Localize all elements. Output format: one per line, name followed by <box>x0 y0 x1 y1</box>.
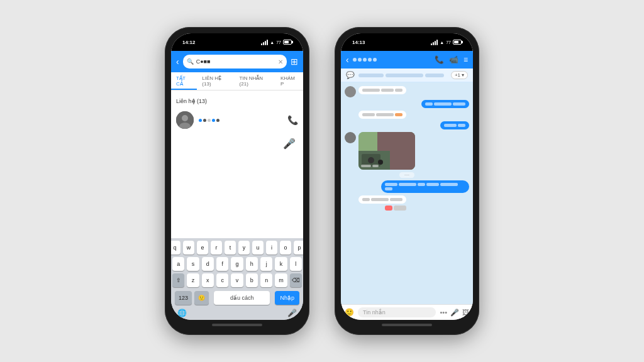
key-u[interactable]: u <box>252 241 264 255</box>
chevron-down-icon: ▾ <box>462 72 464 78</box>
key-n[interactable]: n <box>260 273 272 287</box>
msg-bubble-1 <box>358 86 406 94</box>
key-w[interactable]: w <box>183 241 194 255</box>
key-z[interactable]: z <box>187 273 199 287</box>
search-clear-icon[interactable]: ✕ <box>278 58 283 65</box>
search-box[interactable]: 🔍 C●■■ ✕ <box>183 55 287 69</box>
section-title: Liên hệ (13) <box>176 98 207 104</box>
chat-filter-dots <box>358 74 447 77</box>
reaction-text <box>394 206 406 211</box>
back-button[interactable]: ‹ <box>176 57 179 67</box>
right-status-bar: 14:13 ▲ 77 <box>341 33 473 51</box>
signal-icon <box>261 40 268 45</box>
right-phone-screen: 14:13 ▲ 77 ‹ <box>341 33 473 320</box>
key-t[interactable]: t <box>225 241 236 255</box>
chat-filter-bar: 💬 +1 ▾ <box>341 69 473 82</box>
msg-content-1 <box>362 89 402 92</box>
battery-icon <box>283 40 292 45</box>
search-input[interactable]: C●■■ <box>196 58 275 65</box>
space-key[interactable]: dấu cách <box>214 291 270 305</box>
backspace-key[interactable]: ⌫ <box>290 273 302 287</box>
key-e[interactable]: e <box>197 241 208 255</box>
msg-avatar-1 <box>345 86 356 97</box>
tab-contacts[interactable]: LIÊN HỆ (13) <box>197 72 234 90</box>
keyboard-mic-row: 🌐 🎤 <box>172 307 302 320</box>
left-status-bar: 14:12 ▲ 77 <box>171 33 303 51</box>
msg-bubble-2 <box>358 111 406 119</box>
key-q[interactable]: q <box>171 241 180 255</box>
chat-back-button[interactable]: ‹ <box>346 55 349 65</box>
chat-mic-icon[interactable]: 🎤 <box>450 309 459 317</box>
battery-pct: 77 <box>276 40 281 45</box>
content-spacer: 🎤 <box>171 133 303 238</box>
shift-key[interactable]: ⇧ <box>172 273 184 287</box>
reaction-badge <box>385 206 392 211</box>
chat-input-field[interactable]: Tin nhắn <box>358 307 436 317</box>
tab-messages[interactable]: TIN NHẮN (21) <box>235 72 275 90</box>
key-m[interactable]: m <box>275 273 287 287</box>
chat-emoji-icon[interactable]: 🙂 <box>345 308 354 317</box>
right-phone: 14:13 ▲ 77 ‹ <box>335 27 479 335</box>
msg-group-1 <box>358 86 406 94</box>
chat-header-info <box>353 58 431 62</box>
right-wifi-icon: ▲ <box>440 40 444 45</box>
chat-more-icon[interactable]: ••• <box>440 309 447 316</box>
key-k[interactable]: k <box>275 257 287 271</box>
key-c[interactable]: c <box>216 273 228 287</box>
key-s[interactable]: s <box>187 257 199 271</box>
key-b[interactable]: b <box>246 273 258 287</box>
key-i[interactable]: i <box>266 241 277 255</box>
num-key[interactable]: 123 <box>175 291 192 305</box>
tab-discover[interactable]: KHÁM P <box>275 72 303 90</box>
contact-info <box>199 118 282 122</box>
menu-icon[interactable]: ≡ <box>464 55 468 64</box>
msg-group-2 <box>358 111 406 119</box>
key-d[interactable]: d <box>202 257 214 271</box>
key-p[interactable]: p <box>294 241 303 255</box>
call-icon[interactable]: 📞 <box>287 115 298 125</box>
scene: 14:12 ▲ 77 ‹ 🔍 C● <box>0 0 644 362</box>
chat-name <box>353 58 431 62</box>
keyboard-bottom-row: 123 🙂 dấu cách Nhập <box>172 290 302 307</box>
msg-image <box>358 132 415 170</box>
key-g[interactable]: g <box>231 257 243 271</box>
right-status-icons: ▲ 77 <box>431 40 462 45</box>
chat-image-icon[interactable]: 🖼 <box>462 309 469 316</box>
tab-all[interactable]: TẤT CẢ <box>171 72 197 90</box>
msg-row-sent-2 <box>345 121 469 129</box>
key-y[interactable]: y <box>238 241 250 255</box>
contact-item[interactable]: 📞 <box>171 107 303 133</box>
plus-badge[interactable]: +1 ▾ <box>451 71 468 79</box>
chat-input-right: ••• 🎤 🖼 <box>440 309 469 317</box>
contact-name <box>199 119 282 122</box>
reaction-row <box>358 206 406 211</box>
key-a[interactable]: a <box>172 257 184 271</box>
key-j[interactable]: j <box>260 257 272 271</box>
key-x[interactable]: x <box>202 273 214 287</box>
voice-call-icon[interactable]: 📞 <box>435 55 444 64</box>
chat-messages: ···· <box>341 82 473 304</box>
enter-key[interactable]: Nhập <box>275 291 299 305</box>
svg-point-8 <box>378 160 383 165</box>
mic-key-icon[interactable]: 🎤 <box>287 309 297 317</box>
key-r[interactable]: r <box>211 241 222 255</box>
key-o[interactable]: o <box>280 241 291 255</box>
key-l[interactable]: l <box>290 257 302 271</box>
wifi-icon: ▲ <box>270 40 274 45</box>
msg-row-received-1 <box>345 86 469 97</box>
emoji-key[interactable]: 🙂 <box>194 291 209 305</box>
left-status-icons: ▲ 77 <box>261 40 292 45</box>
msg-bubble-sent-1 <box>421 100 469 108</box>
msg-content-sent-1 <box>425 102 465 106</box>
globe-icon[interactable]: 🌐 <box>177 309 187 317</box>
key-h[interactable]: h <box>246 257 258 271</box>
right-home-indicator <box>382 324 432 326</box>
msg-image-container[interactable] <box>358 132 415 170</box>
key-f[interactable]: f <box>216 257 228 271</box>
msg-avatar-2 <box>345 132 356 143</box>
key-v[interactable]: v <box>231 273 243 287</box>
qr-icon[interactable]: ⊞ <box>291 57 298 67</box>
svg-point-7 <box>368 157 374 163</box>
search-header: ‹ 🔍 C●■■ ✕ ⊞ <box>171 51 303 72</box>
video-call-icon[interactable]: 📹 <box>449 55 458 64</box>
